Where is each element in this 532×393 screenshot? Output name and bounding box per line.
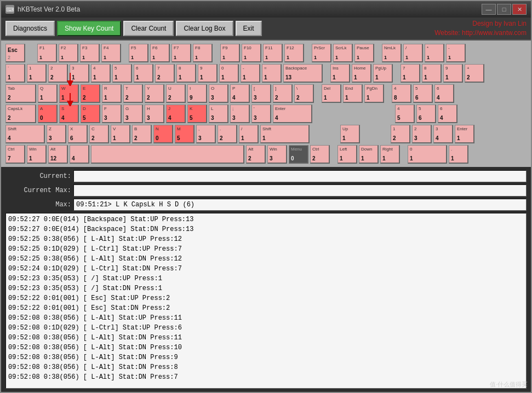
key-minus[interactable]: -1 (241, 64, 260, 83)
key-5[interactable]: 51 (112, 64, 132, 83)
diagnostics-button[interactable]: Diagnostics (5, 21, 55, 36)
key-u[interactable]: U2 (166, 84, 186, 103)
key-del[interactable]: Del1 (322, 84, 341, 103)
key-numdiv[interactable]: /1 (403, 44, 423, 62)
key-shift-l[interactable]: Shift4 (5, 125, 45, 143)
key-4-extra[interactable]: 4 (70, 145, 89, 164)
key-ctrl-l[interactable]: Ctrl7 (5, 145, 25, 164)
key-x[interactable]: X6 (68, 125, 88, 143)
max-input[interactable] (73, 199, 527, 211)
key-alt-r[interactable]: Alt2 (246, 145, 266, 164)
key-numlock[interactable]: NmLk1 (382, 44, 402, 62)
key-numsub[interactable]: -1 (446, 44, 466, 62)
key-4[interactable]: 41 (91, 64, 111, 83)
key-numenter[interactable]: Enter1 (455, 125, 474, 143)
key-b[interactable]: B2 (132, 125, 152, 143)
key-f9[interactable]: F91 (220, 44, 240, 62)
key-comma[interactable]: ,3 (196, 125, 216, 143)
key-l[interactable]: L3 (209, 105, 228, 123)
key-up[interactable]: Up1 (340, 125, 360, 143)
key-num5[interactable]: 56 (413, 84, 433, 103)
key-f3[interactable]: F31 (80, 44, 100, 62)
key-period[interactable]: .2 (218, 125, 237, 143)
key-k[interactable]: K5 (187, 105, 207, 123)
key-pause[interactable]: Pause1 (354, 44, 374, 62)
key-num2[interactable]: 56 (416, 105, 436, 123)
key-tab[interactable]: Tab2 (5, 84, 36, 103)
key-v[interactable]: V1 (111, 125, 130, 143)
key-num3b[interactable]: 34 (433, 125, 453, 143)
key-left[interactable]: Left1 (337, 145, 357, 164)
key-8[interactable]: 81 (176, 64, 196, 83)
current-input[interactable] (73, 170, 527, 182)
key-c[interactable]: C2 (89, 125, 109, 143)
key-f11[interactable]: F111 (263, 44, 283, 62)
key-f6[interactable]: F61 (150, 44, 170, 62)
maximize-button[interactable]: □ (497, 4, 511, 15)
key-esc[interactable]: Esc2 (5, 44, 25, 62)
key-d[interactable]: D5 (81, 105, 100, 123)
key-num8[interactable]: 81 (422, 64, 442, 83)
key-g[interactable]: G3 (123, 105, 143, 123)
key-f1[interactable]: F11 (37, 44, 57, 62)
key-z[interactable]: Z3 (47, 125, 66, 143)
key-menu[interactable]: Menu0 (289, 145, 308, 164)
key-j[interactable]: J4 (166, 105, 186, 123)
key-p[interactable]: P4 (230, 84, 250, 103)
clear-count-button[interactable]: Clear Count (123, 21, 174, 36)
key-right[interactable]: Right1 (380, 145, 400, 164)
key-f10[interactable]: F101 (242, 44, 261, 62)
key-pgup[interactable]: PgUp1 (373, 64, 393, 83)
key-f7[interactable]: F71 (171, 44, 191, 62)
key-semicolon[interactable]: ;3 (230, 105, 250, 123)
key-ins[interactable]: Ins1 (330, 64, 350, 83)
key-capslock[interactable]: CapsLk2 (5, 105, 36, 123)
key-e[interactable]: E2 (81, 84, 100, 103)
key-f12[interactable]: F121 (284, 44, 304, 62)
key-numadd[interactable]: +2 (465, 64, 484, 83)
key-s[interactable]: S4 (59, 105, 79, 123)
key-num3[interactable]: 64 (438, 105, 457, 123)
key-alt-l[interactable]: Alt12 (48, 145, 68, 164)
key-t[interactable]: T2 (123, 84, 143, 103)
key-a[interactable]: A0 (38, 105, 58, 123)
key-win-r[interactable]: Win3 (267, 145, 287, 164)
minimize-button[interactable]: — (482, 4, 496, 15)
key-num6[interactable]: 64 (434, 84, 454, 103)
key-equals[interactable]: =1 (262, 64, 282, 83)
key-o[interactable]: O3 (209, 84, 228, 103)
key-m[interactable]: M5 (175, 125, 195, 143)
log-box[interactable]: 09:52:27 0:0E(014) [Backspace] Stat:UP P… (5, 213, 527, 389)
key-home[interactable]: Home1 (352, 64, 371, 83)
key-num2b[interactable]: 23 (412, 125, 432, 143)
key-i[interactable]: I9 (187, 84, 207, 103)
key-space[interactable] (91, 145, 244, 164)
key-slash[interactable]: /1 (239, 125, 259, 143)
key-end[interactable]: End1 (343, 84, 363, 103)
current-max-input[interactable] (73, 184, 527, 196)
key-ctrl-r[interactable]: Ctrl2 (310, 145, 330, 164)
key-f2[interactable]: F21 (59, 44, 78, 62)
key-pgdn[interactable]: PgDn1 (364, 84, 384, 103)
key-backslash[interactable]: \2 (294, 84, 314, 103)
key-prtsc[interactable]: PrScr1 (312, 44, 331, 62)
key-f4[interactable]: F41 (101, 44, 121, 62)
key-r[interactable]: R1 (102, 84, 122, 103)
key-scrlk[interactable]: ScrLk1 (333, 44, 353, 62)
key-q[interactable]: Q1 (38, 84, 58, 103)
key-numdot[interactable]: .1 (449, 145, 468, 164)
key-num0[interactable]: 01 (408, 145, 447, 164)
key-rbracket[interactable]: ]2 (273, 84, 293, 103)
key-enter[interactable]: Enter4 (273, 105, 312, 123)
key-7[interactable]: 72 (155, 64, 175, 83)
key-f[interactable]: F3 (102, 105, 122, 123)
key-f8[interactable]: F81 (193, 44, 213, 62)
key-1[interactable]: 11 (27, 64, 47, 83)
key-0[interactable]: 01 (219, 64, 239, 83)
key-win-l[interactable]: Win1 (27, 145, 47, 164)
key-num7[interactable]: 71 (401, 64, 420, 83)
key-f5[interactable]: F51 (129, 44, 148, 62)
clear-log-box-button[interactable]: Clear Log Box (176, 21, 233, 36)
key-backspace[interactable]: Backspace13 (283, 64, 323, 83)
key-num9[interactable]: 91 (443, 64, 463, 83)
